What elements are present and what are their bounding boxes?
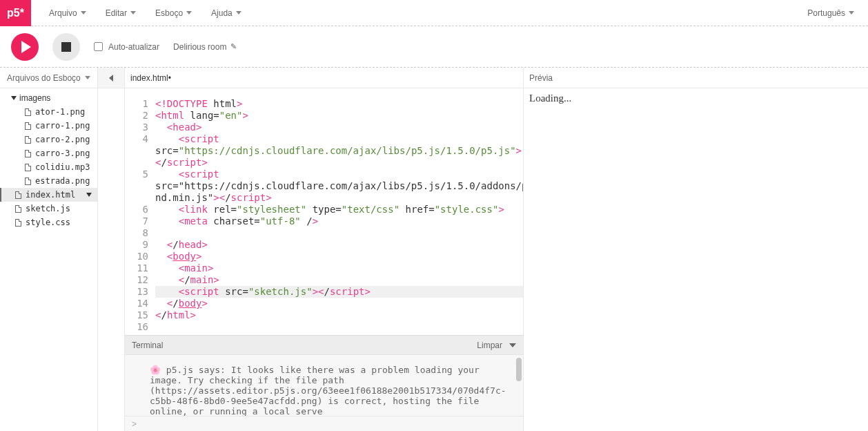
caret-down-icon bbox=[849, 11, 854, 15]
file-icon bbox=[25, 150, 31, 157]
menu-file[interactable]: Arquivo bbox=[39, 0, 96, 26]
collapse-column bbox=[97, 68, 125, 431]
file-icon bbox=[15, 219, 21, 227]
caret-down-icon bbox=[130, 11, 136, 15]
menu-help[interactable]: Ajuda bbox=[201, 0, 251, 26]
scrollbar[interactable] bbox=[516, 358, 522, 381]
code-editor[interactable]: 12345678910111213141516 <!DOCTYPE html><… bbox=[125, 88, 523, 335]
play-button[interactable] bbox=[11, 33, 39, 61]
chevron-left-icon bbox=[109, 75, 113, 82]
logo[interactable]: p5* bbox=[0, 0, 31, 26]
folder-item[interactable]: imagens bbox=[0, 91, 97, 105]
console-clear-button[interactable]: Limpar bbox=[477, 341, 502, 350]
language-selector[interactable]: Português bbox=[807, 8, 868, 18]
file-item[interactable]: style.css bbox=[0, 216, 97, 229]
collapse-sidebar-button[interactable] bbox=[98, 68, 124, 88]
file-icon bbox=[25, 178, 31, 185]
file-icon bbox=[25, 108, 31, 116]
toolbar: Auto-atualizar Delirious room ✎ bbox=[0, 26, 868, 68]
sidebar-header[interactable]: Arquivos do Esboço bbox=[0, 68, 97, 88]
menu-group: Arquivo Editar Esboço Ajuda bbox=[31, 0, 251, 26]
top-menu-bar: p5* Arquivo Editar Esboço Ajuda Portuguê… bbox=[0, 0, 868, 26]
play-icon bbox=[21, 41, 31, 53]
console-input[interactable]: > bbox=[125, 416, 523, 431]
caret-down-icon bbox=[186, 11, 192, 15]
file-icon bbox=[25, 122, 31, 130]
editor-tab[interactable]: index.html bbox=[125, 68, 523, 88]
sidebar: Arquivos do Esboço imagens ator-1.png ca… bbox=[0, 68, 97, 431]
file-item[interactable]: carro-1.png bbox=[0, 119, 97, 133]
modified-dot-icon bbox=[168, 73, 171, 83]
editor-column: index.html 12345678910111213141516 <!DOC… bbox=[125, 68, 523, 431]
chevron-down-icon[interactable] bbox=[509, 343, 516, 347]
menu-edit[interactable]: Editar bbox=[96, 0, 146, 26]
pencil-icon: ✎ bbox=[230, 42, 237, 51]
file-icon bbox=[15, 205, 21, 213]
caret-down-icon bbox=[81, 11, 86, 15]
file-item-active[interactable]: index.html bbox=[0, 188, 97, 202]
file-item[interactable]: colidiu.mp3 bbox=[0, 160, 97, 174]
stop-icon bbox=[61, 42, 71, 52]
preview-column: Prévia Loading... bbox=[523, 68, 868, 431]
file-item[interactable]: ator-1.png bbox=[0, 105, 97, 119]
checkbox-icon[interactable] bbox=[94, 42, 103, 51]
project-name[interactable]: Delirious room ✎ bbox=[173, 42, 237, 52]
file-item[interactable]: sketch.js bbox=[0, 202, 97, 216]
file-icon bbox=[25, 164, 31, 171]
file-icon bbox=[15, 191, 21, 199]
auto-update-toggle[interactable]: Auto-atualizar bbox=[94, 42, 159, 52]
workspace: Arquivos do Esboço imagens ator-1.png ca… bbox=[0, 68, 868, 431]
code-content[interactable]: <!DOCTYPE html><html lang="en"> <head> <… bbox=[155, 98, 523, 335]
file-item[interactable]: estrada.png bbox=[0, 174, 97, 188]
folder-open-icon bbox=[11, 96, 17, 100]
file-icon bbox=[25, 136, 31, 144]
preview-header: Prévia bbox=[524, 68, 868, 88]
caret-down-icon[interactable] bbox=[86, 193, 92, 197]
auto-update-label: Auto-atualizar bbox=[108, 42, 159, 52]
file-item[interactable]: carro-2.png bbox=[0, 133, 97, 146]
menu-sketch[interactable]: Esboço bbox=[146, 0, 201, 26]
console-title: Terminal bbox=[132, 341, 163, 350]
line-gutter: 12345678910111213141516 bbox=[125, 98, 155, 335]
stop-button[interactable] bbox=[52, 33, 80, 61]
file-item[interactable]: carro-3.png bbox=[0, 146, 97, 160]
caret-down-icon bbox=[85, 76, 90, 79]
console: Terminal Limpar 🌸 p5.js says: It looks l… bbox=[125, 335, 523, 431]
console-output[interactable]: 🌸 p5.js says: It looks like there was a … bbox=[125, 355, 523, 416]
file-tree: imagens ator-1.png carro-1.png carro-2.p… bbox=[0, 88, 97, 431]
caret-down-icon bbox=[236, 11, 241, 15]
preview-body: Loading... bbox=[524, 88, 868, 431]
console-header[interactable]: Terminal Limpar bbox=[125, 336, 523, 355]
